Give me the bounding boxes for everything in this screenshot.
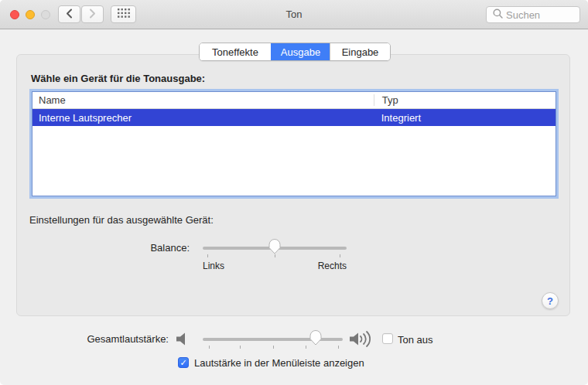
window-controls — [10, 10, 50, 19]
balance-label: Balance: — [93, 242, 190, 254]
balance-tick-right — [340, 254, 340, 257]
tab-ausgabe[interactable]: Ausgabe — [271, 43, 330, 60]
volume-tick — [273, 346, 274, 349]
balance-slider-thumb[interactable] — [268, 239, 281, 254]
volume-tick — [338, 346, 339, 349]
mute-checkbox[interactable] — [382, 333, 393, 344]
balance-right-label: Rechts — [318, 261, 347, 271]
sound-preferences-window: Ton Toneffekte Ausgabe Eingabe Wähle ein… — [0, 0, 588, 385]
show-volume-in-menubar-checkbox[interactable] — [178, 357, 189, 368]
chevron-right-icon — [89, 9, 96, 21]
column-header-name[interactable]: Name — [32, 94, 374, 106]
show-volume-in-menubar-label[interactable]: Lautstärke in der Menüleiste anzeigen — [194, 357, 364, 369]
balance-tick-left — [207, 254, 208, 257]
minimize-button[interactable] — [26, 10, 35, 19]
help-button[interactable]: ? — [542, 292, 559, 309]
search-icon — [493, 9, 503, 21]
output-devices-heading: Wähle ein Gerät für die Tonausgabe: — [31, 73, 205, 84]
show-all-button[interactable] — [111, 5, 136, 23]
speaker-max-icon — [349, 330, 375, 350]
device-settings-heading: Einstellungen für das ausgewählte Gerät: — [29, 214, 214, 226]
volume-tick — [240, 346, 241, 349]
balance-tick-center — [275, 254, 275, 257]
output-device-table: Name Typ Interne Lautsprecher Integriert — [32, 91, 556, 196]
speaker-min-icon — [176, 332, 190, 349]
search-field[interactable] — [486, 6, 580, 23]
volume-tick — [209, 346, 210, 349]
forward-button-disabled — [81, 5, 104, 23]
device-typ-cell: Integriert — [374, 112, 556, 124]
balance-left-label: Links — [203, 261, 224, 271]
mute-label[interactable]: Ton aus — [398, 334, 433, 346]
volume-tick — [306, 346, 306, 349]
back-button[interactable] — [58, 5, 80, 23]
master-volume-slider — [203, 329, 343, 354]
master-volume-label: Gesamtlautstärke: — [46, 333, 169, 345]
chevron-left-icon — [66, 9, 73, 21]
volume-slider-thumb[interactable] — [309, 330, 322, 346]
tab-toneffekte[interactable]: Toneffekte — [200, 43, 271, 60]
grid-icon — [118, 9, 130, 20]
column-header-typ[interactable]: Typ — [374, 94, 556, 106]
search-input[interactable] — [506, 9, 573, 21]
titlebar: Ton — [0, 0, 588, 29]
balance-slider: Links Rechts — [203, 238, 347, 272]
close-button[interactable] — [10, 10, 19, 19]
device-name-cell: Interne Lautsprecher — [32, 112, 374, 124]
tab-bar: Toneffekte Ausgabe Eingabe — [199, 43, 391, 61]
tab-eingabe[interactable]: Eingabe — [330, 43, 390, 60]
table-header-row: Name Typ — [32, 92, 556, 109]
zoom-button-disabled — [41, 10, 50, 19]
table-row-interne-lautsprecher[interactable]: Interne Lautsprecher Integriert — [32, 109, 556, 126]
